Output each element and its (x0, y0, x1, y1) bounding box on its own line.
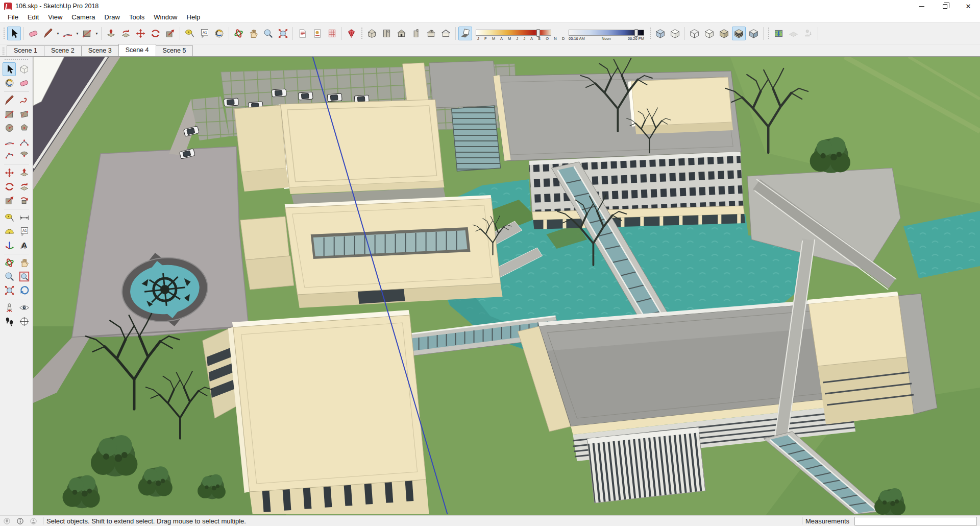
tool-line-button[interactable] (41, 27, 55, 40)
scene-tab-scene-2[interactable]: Scene 2 (44, 45, 82, 56)
tool-rect-button[interactable] (3, 107, 16, 121)
info-icon[interactable] (13, 516, 27, 526)
tool-houseleft-button[interactable] (439, 27, 453, 40)
tool-pushpull-button[interactable] (17, 166, 31, 180)
tool-section-button[interactable] (17, 315, 31, 328)
tool-housetop-button[interactable] (380, 27, 394, 40)
tool-pan-button[interactable] (17, 256, 31, 270)
tool-text3d-button[interactable]: AA (17, 238, 31, 252)
tool-zoomext-button[interactable] (276, 27, 290, 40)
tool-poscam-button[interactable] (3, 301, 16, 315)
tool-arc-button[interactable] (3, 135, 16, 149)
tool-previous-button[interactable] (17, 283, 31, 297)
tool-gem-button[interactable] (345, 27, 358, 40)
time-slider-track[interactable] (569, 30, 644, 36)
menu-edit[interactable]: Edit (23, 13, 43, 21)
tool-page2-button[interactable] (310, 27, 324, 40)
tool-rrect-button[interactable] (17, 107, 31, 121)
tool-hiddenline-button[interactable] (702, 27, 716, 40)
tool-select-button[interactable] (3, 62, 16, 76)
tool-rect-button[interactable] (80, 27, 94, 40)
tool-mono-button[interactable] (747, 27, 761, 40)
viewport[interactable] (33, 57, 980, 515)
tool-houseback-button[interactable] (424, 27, 438, 40)
dropdown-caret-icon[interactable]: ▼ (56, 27, 60, 40)
tool-pan-button[interactable] (247, 27, 260, 40)
tool-textured-button[interactable] (732, 27, 746, 40)
date-slider-handle[interactable] (536, 29, 540, 37)
minimize-button[interactable] (910, 0, 933, 12)
tabs-grip[interactable] (2, 47, 5, 55)
toolbar-grip[interactable] (360, 27, 363, 40)
tool-look-button[interactable] (17, 301, 31, 315)
scene-tab-scene-5[interactable]: Scene 5 (156, 45, 193, 56)
tool-page1-button[interactable] (296, 27, 309, 40)
tool-tape-button[interactable] (183, 27, 197, 40)
menu-camera[interactable]: Camera (67, 13, 100, 21)
palette-grip[interactable] (4, 58, 29, 61)
tool-housefront-button[interactable] (395, 27, 408, 40)
measurements-input[interactable] (854, 517, 977, 525)
tool-select-button[interactable] (7, 27, 21, 40)
tool-polygon-button[interactable] (17, 121, 31, 135)
tool-addperson-button[interactable] (801, 27, 815, 40)
menu-tools[interactable]: Tools (125, 13, 149, 21)
tool-move-button[interactable] (134, 27, 148, 40)
shadow-time-slider[interactable]: 05:16 AM Noon 06:26 PM (569, 30, 644, 41)
dropdown-caret-icon[interactable]: ▼ (75, 27, 80, 40)
tool-arc-button[interactable] (61, 27, 75, 40)
tool-rotate-button[interactable] (149, 27, 162, 40)
tool-freehand-button[interactable] (17, 93, 31, 107)
tool-paint-button[interactable] (3, 76, 16, 90)
scene-tab-scene-3[interactable]: Scene 3 (81, 45, 119, 56)
toolbar-grip[interactable] (3, 27, 5, 40)
toolbar-grip[interactable] (767, 27, 770, 40)
menu-draw[interactable]: Draw (100, 13, 125, 21)
tool-arc3-button[interactable] (3, 149, 16, 162)
toolbar-grip[interactable] (649, 27, 651, 40)
restore-button[interactable] (933, 0, 957, 12)
tool-arc2-button[interactable] (17, 135, 31, 149)
tool-houseiso-button[interactable] (365, 27, 379, 40)
scene-tab-scene-1[interactable]: Scene 1 (7, 45, 44, 56)
geolocation-pin-icon[interactable] (0, 516, 13, 526)
tool-zoom-button[interactable] (3, 270, 16, 283)
tool-shaded-button[interactable] (717, 27, 731, 40)
scene-tab-scene-4[interactable]: Scene 4 (118, 44, 156, 56)
tool-zoom-button[interactable] (261, 27, 275, 40)
time-slider-handle[interactable] (634, 29, 638, 37)
tool-orbit-button[interactable] (232, 27, 246, 40)
tool-pie-button[interactable] (17, 149, 31, 162)
user-account-icon[interactable] (27, 516, 40, 526)
tool-text-button[interactable]: A1 (17, 225, 31, 238)
date-slider-track[interactable] (476, 30, 551, 36)
menu-view[interactable]: View (43, 13, 67, 21)
tool-scale-button[interactable] (3, 194, 16, 207)
tool-paint-button[interactable] (212, 27, 226, 40)
tool-followme-button[interactable] (17, 180, 31, 194)
tool-move-button[interactable] (3, 166, 16, 180)
tool-dimension-button[interactable] (17, 211, 31, 225)
tool-shadowbox-button[interactable] (458, 27, 472, 40)
tool-houseright-button[interactable] (409, 27, 423, 40)
tool-protractor-button[interactable] (3, 225, 16, 238)
tool-pushpull-button[interactable] (104, 27, 118, 40)
tool-eraser-button[interactable] (27, 27, 40, 40)
tool-zoomext-button[interactable] (3, 283, 16, 297)
menu-file[interactable]: File (3, 13, 23, 21)
dropdown-caret-icon[interactable]: ▼ (94, 27, 99, 40)
shadow-date-slider[interactable]: J F M A M J J A S O N D (476, 30, 551, 41)
tool-orbit-button[interactable] (3, 256, 16, 270)
tool-page3-button[interactable] (325, 27, 339, 40)
tool-geomap-button[interactable] (772, 27, 786, 40)
tool-offset-button[interactable] (17, 194, 31, 207)
tool-followme-button[interactable] (119, 27, 133, 40)
menu-help[interactable]: Help (182, 13, 205, 21)
tool-zoomwin-button[interactable] (17, 270, 31, 283)
tool-text-button[interactable]: A1 (198, 27, 211, 40)
tool-walk-button[interactable] (3, 315, 16, 328)
menu-window[interactable]: Window (149, 13, 182, 21)
tool-axes-button[interactable] (3, 238, 16, 252)
tool-wireframe-button[interactable] (688, 27, 701, 40)
tool-makecomp-button[interactable] (17, 62, 31, 76)
